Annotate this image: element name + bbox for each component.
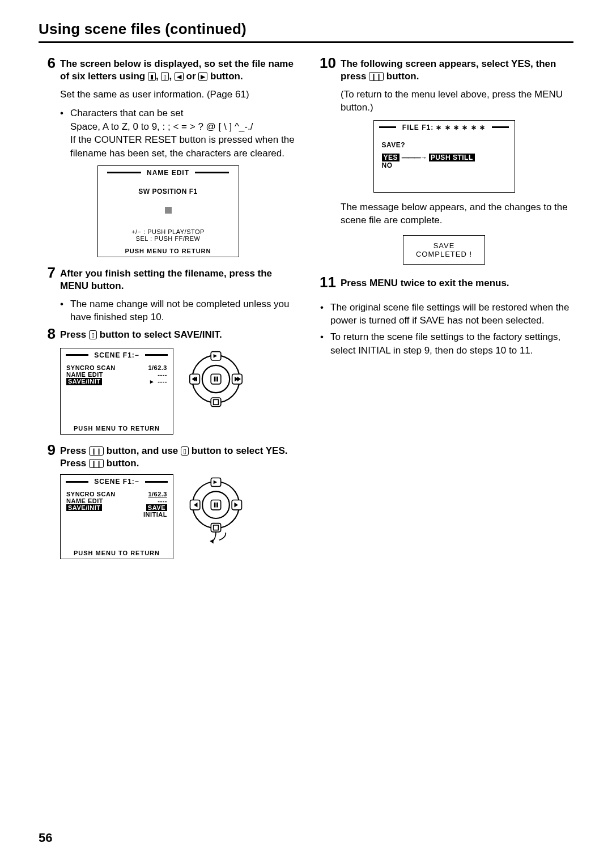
- ff-icon: ▶: [198, 72, 207, 81]
- rew-icon: ▮: [148, 72, 156, 81]
- file-f1-save-q: SAVE?: [382, 141, 507, 149]
- step-number-7: 7: [39, 265, 56, 280]
- step-6-heading-b: or: [186, 71, 199, 82]
- row-name-edit: NAME EDIT: [66, 371, 158, 378]
- step-7-heading: After you finish setting the filename, p…: [60, 267, 298, 293]
- step-6-bullet: Characters that can be set Space, A to Z…: [60, 107, 298, 160]
- row-save-init-val: ----: [158, 378, 167, 385]
- step-8-heading-a: Press: [60, 329, 89, 340]
- left-column: 6 The screen below is displayed, so set …: [39, 58, 298, 559]
- page-number: 56: [39, 831, 52, 845]
- note-2: To return the scene file settings to the…: [320, 330, 573, 357]
- step-6-chars-label: Characters that can be set: [70, 108, 183, 118]
- file-f1-header: FILE F1: ∗ ∗ ∗ ∗ ∗ ∗: [399, 124, 489, 131]
- row-save-init-sel-b: SAVE/INIT: [66, 504, 102, 511]
- step-number-11: 11: [314, 275, 336, 290]
- svg-rect-21: [211, 500, 220, 510]
- save-completed-box: SAVE COMPLETED !: [403, 235, 485, 265]
- step-number-8: 8: [39, 326, 56, 341]
- step-10-after: The message below appears, and the chang…: [341, 201, 573, 227]
- stop-icon: ▯: [89, 330, 97, 339]
- step-8-heading-b: button to select SAVE/INIT.: [100, 329, 222, 340]
- row-syncro: SYNCRO SCAN: [66, 364, 148, 371]
- svg-rect-8: [214, 376, 216, 381]
- pause-icon: ❙❙: [89, 459, 104, 468]
- name-edit-screen: NAME EDIT SW POSITION F1 +/− : PUSH PLAY…: [97, 165, 239, 257]
- stop-icon: ▯: [161, 72, 169, 81]
- svg-rect-13: [211, 398, 221, 406]
- svg-rect-7: [211, 374, 221, 384]
- row-name-edit-val: ----: [158, 371, 167, 378]
- step-9-heading-d: button.: [107, 458, 139, 469]
- name-edit-footer: PUSH MENU TO RETURN: [98, 245, 239, 257]
- step-11-heading: Press MENU twice to exit the menus.: [341, 277, 573, 290]
- file-yes-selected: YES: [382, 154, 400, 161]
- note-1: The original scene file settings will be…: [320, 301, 573, 327]
- scene-f1-footer: PUSH MENU TO RETURN: [61, 423, 173, 434]
- row-save-selected: SAVE: [146, 504, 167, 511]
- row-syncro-val: 1/62.3: [148, 364, 167, 371]
- scene-f1-header: SCENE F1:−: [91, 351, 143, 359]
- right-column: 10 The following screen appears, select …: [314, 58, 573, 559]
- scene-f1-header-b: SCENE F1:−: [91, 478, 143, 486]
- cursor-box-icon: [165, 207, 172, 214]
- scene-f1-footer-b: PUSH MENU TO RETURN: [61, 547, 173, 559]
- stop-icon: ▯: [181, 446, 189, 456]
- step-number-6: 6: [39, 56, 56, 70]
- step-9-heading-b: button, and use: [107, 445, 181, 456]
- step-number-10: 10: [314, 56, 336, 70]
- row-save-init-selected: SAVE/INIT: [66, 378, 102, 385]
- save-completed-l1: SAVE: [416, 241, 472, 250]
- row-initial: INITIAL: [143, 511, 167, 518]
- step-8-heading: Press ▯ button to select SAVE/INIT.: [60, 329, 298, 341]
- name-edit-line1: SW POSITION F1: [104, 188, 233, 195]
- svg-rect-22: [214, 503, 216, 508]
- control-wheel-icon: [185, 348, 247, 410]
- step-7-bullet: The name change will not be completed un…: [60, 297, 298, 324]
- step-10-heading: The following screen appears, select YES…: [341, 58, 573, 83]
- save-completed-l2: COMPLETED !: [416, 250, 472, 258]
- file-push-still: PUSH STILL: [429, 154, 475, 161]
- page-title: Using scene files (continued): [39, 20, 573, 43]
- svg-rect-26: [211, 524, 220, 532]
- file-f1-screen: FILE F1: ∗ ∗ ∗ ∗ ∗ ∗ SAVE? YES ———→ PUSH…: [373, 120, 515, 193]
- name-edit-help1: +/− : PUSH PLAY/STOP: [104, 228, 233, 235]
- control-wheel-icon-b: [185, 474, 247, 548]
- step-6-heading: The screen below is displayed, so set th…: [60, 58, 298, 83]
- row-name-edit-val-b: ----: [158, 497, 167, 504]
- step-6-chars: Space, A to Z, 0 to 9, : ; < = > ? @ [ \…: [70, 121, 253, 132]
- row-name-edit-b: NAME EDIT: [66, 497, 158, 504]
- svg-rect-9: [216, 376, 218, 381]
- ff-rew-icon: ◀: [175, 72, 184, 81]
- step-10-body: (To return to the menu level above, pres…: [341, 88, 573, 114]
- step-6-reset: If the COUNTER RESET button is pressed w…: [70, 134, 295, 158]
- name-edit-header: NAME EDIT: [143, 169, 193, 177]
- name-edit-help2: SEL : PUSH FF/REW: [104, 235, 233, 242]
- pause-icon: ❙❙: [89, 446, 104, 456]
- pause-icon: ❙❙: [369, 72, 384, 81]
- row-syncro-b: SYNCRO SCAN: [66, 491, 148, 497]
- svg-marker-28: [210, 539, 214, 544]
- step-6-body: Set the same as user information. (Page …: [60, 88, 298, 101]
- step-9-heading-a: Press: [60, 445, 89, 456]
- step-6-heading-c: button.: [210, 71, 243, 82]
- scene-f1-screen-a: SCENE F1:− SYNCRO SCAN1/62.3 NAME EDIT--…: [60, 348, 173, 435]
- scene-f1-screen-b: SCENE F1:− SYNCRO SCAN1/62.3 NAME EDIT--…: [60, 474, 173, 559]
- row-syncro-val-b: 1/62.3: [148, 491, 167, 497]
- step-10-heading-b: button.: [386, 71, 419, 82]
- step-9-heading: Press ❙❙ button, and use ▯ button to sel…: [60, 445, 298, 470]
- step-number-9: 9: [39, 442, 56, 457]
- svg-rect-23: [216, 503, 218, 508]
- arrow-icon: ———→: [402, 154, 427, 161]
- file-no: NO: [382, 161, 507, 169]
